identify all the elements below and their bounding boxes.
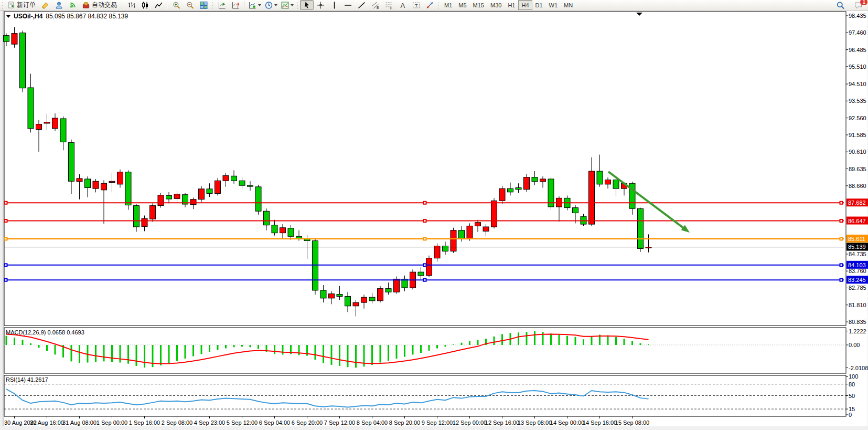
fibonacci-button[interactable]: F xyxy=(382,0,395,10)
chat-button[interactable]: 1 xyxy=(851,0,865,10)
price-axis-tick: 91.585 xyxy=(849,132,866,138)
price-line-tag-label: 87.682 xyxy=(848,200,866,206)
line-drag-marker-center xyxy=(841,264,842,266)
text-icon: A xyxy=(398,1,407,9)
candle xyxy=(573,208,578,213)
candle xyxy=(174,194,180,199)
vertical-line-button[interactable] xyxy=(327,0,341,10)
candle xyxy=(199,189,205,200)
candle xyxy=(101,183,107,190)
timeframe-mn-button[interactable]: MN xyxy=(561,0,576,10)
timeframe-m15-button[interactable]: M15 xyxy=(470,0,487,10)
candlestick-chart-button[interactable] xyxy=(138,0,152,10)
candle xyxy=(589,171,595,224)
equidistant-channel-button[interactable]: E xyxy=(368,0,382,10)
horizontal-line-button[interactable] xyxy=(341,0,355,10)
price-axis-tick: 92.560 xyxy=(849,115,866,121)
candle xyxy=(280,228,286,233)
toolbar-separator xyxy=(244,1,245,9)
candle xyxy=(158,195,164,206)
candle xyxy=(597,171,603,184)
bar-chart-button[interactable] xyxy=(124,0,138,10)
candle xyxy=(117,172,123,184)
crayon-icon xyxy=(41,1,50,9)
scroll-to-end-button[interactable] xyxy=(215,0,229,10)
price-line-tag-label: 86.647 xyxy=(848,218,866,224)
toolbar-grip[interactable] xyxy=(437,2,440,9)
add-indicator-button[interactable] xyxy=(247,0,263,10)
new-order-label: 新订单 xyxy=(17,1,36,9)
text-button[interactable]: A xyxy=(395,0,409,10)
candle xyxy=(475,223,481,226)
tile-windows-button[interactable] xyxy=(197,0,210,10)
candle xyxy=(142,218,147,226)
crayon-button[interactable] xyxy=(38,0,52,10)
templates-icon xyxy=(281,1,290,9)
price-axis-tick: 81.810 xyxy=(849,302,866,308)
line-drag-marker-center xyxy=(841,220,842,222)
price-axis-tick: 82.785 xyxy=(849,285,866,291)
dropdown-caret-icon[interactable] xyxy=(258,4,261,6)
candle xyxy=(20,33,26,88)
line-drag-marker-center xyxy=(424,238,426,239)
toolbar-grip[interactable] xyxy=(296,2,299,9)
line-drag-marker-center xyxy=(5,238,7,239)
dropdown-caret-icon[interactable] xyxy=(291,4,294,6)
periods-clock-button[interactable] xyxy=(263,0,279,10)
candle xyxy=(443,246,448,251)
new-order-button[interactable]: 新订单 xyxy=(5,0,38,10)
candle xyxy=(288,228,294,237)
candle xyxy=(215,181,221,193)
time-axis-label: 8 Sep 04:00 xyxy=(357,419,388,426)
timeframe-m1-button[interactable]: M1 xyxy=(441,0,455,10)
text-label-icon: T xyxy=(412,1,421,9)
trendline-button[interactable] xyxy=(355,0,368,10)
candle xyxy=(93,181,99,188)
toolbar-grip[interactable] xyxy=(121,2,123,9)
candle xyxy=(605,180,611,184)
toolbar-grip[interactable] xyxy=(1,2,4,9)
cursor-button[interactable] xyxy=(300,0,314,10)
candle xyxy=(532,177,538,182)
auto-trading-button[interactable]: 自动交易 xyxy=(79,0,120,10)
zoom-out-button[interactable] xyxy=(183,0,197,10)
toolbar-grip[interactable] xyxy=(211,2,214,9)
timeframe-h4-button[interactable]: H4 xyxy=(518,0,532,10)
line-drag-marker-center xyxy=(424,279,426,281)
price-line-tag-label: 84.103 xyxy=(848,262,866,268)
candle xyxy=(52,118,58,129)
candle xyxy=(85,179,91,188)
text-label-button[interactable]: T xyxy=(409,0,423,10)
timeframe-w1-button[interactable]: W1 xyxy=(546,0,561,10)
candle xyxy=(223,175,229,181)
chart-shift-button[interactable] xyxy=(229,0,242,10)
mql-community-button[interactable] xyxy=(52,0,66,10)
candle xyxy=(361,297,367,302)
vertical-line-icon xyxy=(330,1,339,9)
arrows-button[interactable] xyxy=(423,0,436,10)
candle xyxy=(190,200,196,205)
price-chart-canvas[interactable]: 98.43597.46096.48595.51094.51093.53592.5… xyxy=(0,10,868,430)
time-axis-label: 14 Sep 00:00 xyxy=(550,419,584,426)
equidistant-channel-icon: E xyxy=(371,1,380,9)
candle xyxy=(134,206,140,227)
line-chart-button[interactable] xyxy=(152,0,165,10)
zoom-in-button[interactable] xyxy=(169,0,183,10)
timeframe-h1-button[interactable]: H1 xyxy=(505,0,518,10)
line-drag-marker-center xyxy=(5,264,7,266)
candle xyxy=(77,179,82,182)
macd-axis-tick: 1.2222 xyxy=(849,328,866,334)
timeframe-m30-button[interactable]: M30 xyxy=(487,0,505,10)
dropdown-caret-icon[interactable] xyxy=(274,4,277,6)
time-axis-label: 13 Sep 08:00 xyxy=(518,419,552,426)
search-button[interactable] xyxy=(833,0,847,10)
timeframe-m5-button[interactable]: M5 xyxy=(455,0,469,10)
timeframe-d1-button[interactable]: D1 xyxy=(532,0,546,10)
line-drag-marker-center xyxy=(5,220,7,222)
signals-button[interactable] xyxy=(66,0,79,10)
time-axis-label: 9 Sep 12:00 xyxy=(422,419,453,426)
crosshair-button[interactable] xyxy=(314,0,327,10)
price-axis-tick: 84.735 xyxy=(849,251,866,257)
templates-button[interactable] xyxy=(279,0,295,10)
candle xyxy=(248,185,253,186)
